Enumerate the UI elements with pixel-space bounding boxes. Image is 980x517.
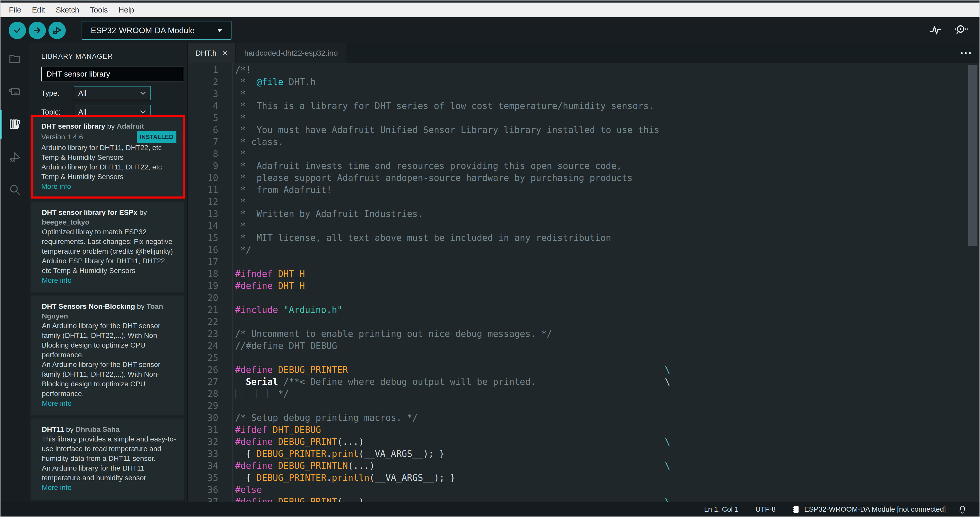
line-content: #define DEBUG_PRINT(...)\ xyxy=(235,436,980,448)
line-content: #define DEBUG_PRINT(...)\ xyxy=(235,496,980,502)
sidebar-item-debug[interactable] xyxy=(0,150,29,164)
code-token: * xyxy=(235,113,246,123)
check-icon xyxy=(12,25,23,36)
library-card-title: DHT Sensors Non-Blocking by Toan Nguyen xyxy=(42,302,176,321)
line-content: * xyxy=(235,88,980,100)
line-content: * xyxy=(235,148,980,160)
serial-plotter-icon[interactable] xyxy=(929,23,942,38)
code-token: #define xyxy=(235,437,273,447)
more-info-link[interactable]: More info xyxy=(42,399,72,408)
debug-button[interactable] xyxy=(48,22,66,39)
more-info-link[interactable]: More info xyxy=(42,276,72,285)
search-icon xyxy=(8,183,22,196)
type-select[interactable]: All xyxy=(74,86,151,100)
code-token: #ifdef xyxy=(235,424,267,435)
library-name: DHT11 xyxy=(42,425,64,433)
code-line: 27 Serial /**< Define where debug output… xyxy=(188,376,980,388)
code-token: ( xyxy=(359,448,364,459)
line-content: #else xyxy=(235,484,980,496)
menu-item-edit[interactable]: Edit xyxy=(27,6,51,14)
code-token: * from Adafruit! xyxy=(235,185,332,195)
more-info-link[interactable]: More info xyxy=(42,483,72,493)
sidebar-item-sketchbook[interactable] xyxy=(0,51,29,66)
code-token: * xyxy=(235,221,246,231)
line-number: 7 xyxy=(188,136,218,148)
status-bar: Ln 1, Col 1 UTF-8 ESP32-WROOM-DA Module … xyxy=(0,502,980,517)
line-number: 19 xyxy=(188,280,218,292)
line-number: 37 xyxy=(188,496,218,502)
menu-item-sketch[interactable]: Sketch xyxy=(51,6,84,14)
panel-title: LIBRARY MANAGER xyxy=(41,53,188,61)
activity-sidebar xyxy=(0,43,29,502)
line-content: * Adafruit invests time and resources pr… xyxy=(235,160,980,172)
more-actions-icon[interactable] xyxy=(961,52,971,54)
library-card-meta: Version 1.4.6INSTALLED xyxy=(41,131,177,143)
line-content: * @file DHT.h xyxy=(235,76,980,88)
code-token: * You must have Adafruit Unified Sensor … xyxy=(235,125,660,135)
code-token xyxy=(273,281,278,291)
menu-item-file[interactable]: File xyxy=(3,6,27,14)
sidebar-item-search[interactable] xyxy=(0,182,29,197)
code-line: 8 * xyxy=(188,148,980,160)
code-line: 24//#define DHT_DEBUG xyxy=(188,340,980,352)
code-token: * MIT license, all text above must be in… xyxy=(235,233,611,243)
close-icon[interactable]: ✕ xyxy=(222,49,228,57)
line-number: 20 xyxy=(188,292,218,304)
menu-item-tools[interactable]: Tools xyxy=(84,6,113,14)
code-token xyxy=(273,461,278,471)
description-line: An Arduino library for the DHT sensor fa… xyxy=(42,360,176,399)
code-token: . xyxy=(326,448,332,459)
line-content: { DEBUG_PRINTER.print(__VA_ARGS__); } xyxy=(235,448,980,460)
code-token: * Adafruit invests time and resources pr… xyxy=(235,161,622,171)
menu-bar: FileEditSketchToolsHelp xyxy=(0,3,980,18)
line-content: * please support Adafruit andopen-source… xyxy=(235,172,980,184)
code-token: #define xyxy=(235,496,273,502)
code-token: * class. xyxy=(235,137,283,147)
tab-DHT.h[interactable]: DHT.h✕ xyxy=(188,43,235,63)
code-token: * This is a library for DHT series of lo… xyxy=(235,101,654,111)
search-input[interactable] xyxy=(41,67,183,81)
library-card[interactable]: DHT sensor library for ESPx by beegee_to… xyxy=(31,202,185,292)
line-number: 31 xyxy=(188,424,218,436)
code-line: 10 * please support Adafruit andopen-sou… xyxy=(188,172,980,184)
scrollbar[interactable] xyxy=(968,65,977,246)
code-editor[interactable]: 1/*!2 * @file DHT.h3 *4 * This is a libr… xyxy=(188,63,980,502)
menu-item-help[interactable]: Help xyxy=(113,6,140,14)
line-number: 36 xyxy=(188,484,218,496)
library-card[interactable]: DHT Sensors Non-Blocking by Toan NguyenA… xyxy=(31,295,185,415)
sidebar-item-library-manager[interactable] xyxy=(0,117,29,132)
tab-hardcoded-dht22-esp32.ino[interactable]: hardcoded-dht22-esp32.ino xyxy=(235,43,347,63)
library-card[interactable]: DHT sensor library by AdafruitVersion 1.… xyxy=(30,115,185,198)
line-content: { DEBUG_PRINTER.println(__VA_ARGS__); } xyxy=(235,472,980,484)
code-token xyxy=(273,437,278,447)
verify-button[interactable] xyxy=(9,22,26,39)
code-line: 23/* Uncomment to enable printing out ni… xyxy=(188,328,980,340)
line-number: 12 xyxy=(188,196,218,208)
code-line: 29 xyxy=(188,400,980,412)
code-token: * xyxy=(235,77,256,87)
line-content: * xyxy=(235,220,980,232)
line-content: #define DHT_H xyxy=(235,280,980,292)
library-manager-panel: LIBRARY MANAGER Type: All Topic: All DHT… xyxy=(29,43,188,502)
sidebar-item-boards-manager[interactable] xyxy=(0,84,29,99)
line-number: 8 xyxy=(188,148,218,160)
code-token: print xyxy=(332,448,358,459)
code-token xyxy=(267,424,272,435)
code-line: 4 * This is a library for DHT series of … xyxy=(188,100,980,112)
code-line: 17 xyxy=(188,256,980,268)
line-number: 34 xyxy=(188,460,218,472)
debug-icon xyxy=(51,25,63,36)
by-text: by xyxy=(64,425,75,433)
upload-button[interactable] xyxy=(29,22,46,39)
more-info-link[interactable]: More info xyxy=(41,182,71,191)
library-card[interactable]: DHT11 by Dhruba SahaThis library provide… xyxy=(31,418,185,499)
line-content: #ifndef DHT_H xyxy=(235,268,980,280)
board-selector[interactable]: ESP32-WROOM-DA Module xyxy=(81,21,231,40)
notifications-bell-icon[interactable] xyxy=(958,504,967,514)
line-content: #define DEBUG_PRINTER\ xyxy=(235,364,980,376)
serial-monitor-icon[interactable] xyxy=(954,23,968,38)
code-token: ); } xyxy=(434,472,455,483)
code-line: 13 * Written by Adafruit Industries. xyxy=(188,208,980,220)
code-line: 20 xyxy=(188,292,980,304)
toolbar: ESP32-WROOM-DA Module xyxy=(0,18,980,43)
